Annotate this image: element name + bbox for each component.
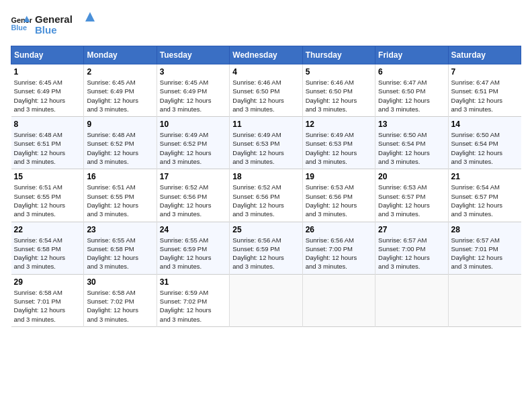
- day-info: Sunrise: 6:52 AM Sunset: 6:56 PM Dayligh…: [160, 183, 226, 218]
- day-number: 10: [160, 120, 226, 129]
- day-info: Sunrise: 6:54 AM Sunset: 6:58 PM Dayligh…: [14, 236, 81, 271]
- weekday-header-sunday: Sunday: [11, 46, 84, 64]
- calendar-cell: 23 Sunrise: 6:55 AM Sunset: 6:58 PM Dayl…: [84, 222, 157, 274]
- calendar-cell: 26 Sunrise: 6:56 AM Sunset: 7:00 PM Dayl…: [302, 222, 375, 274]
- calendar-cell: [448, 274, 521, 326]
- calendar-cell: 12 Sunrise: 6:49 AM Sunset: 6:53 PM Dayl…: [302, 117, 375, 169]
- day-info: Sunrise: 6:51 AM Sunset: 6:55 PM Dayligh…: [14, 183, 81, 218]
- day-number: 4: [232, 67, 299, 77]
- day-number: 6: [378, 67, 445, 77]
- weekday-header-tuesday: Tuesday: [157, 46, 229, 64]
- day-number: 1: [14, 67, 81, 77]
- day-number: 12: [306, 120, 372, 129]
- day-info: Sunrise: 6:58 AM Sunset: 7:01 PM Dayligh…: [14, 288, 81, 324]
- calendar-cell: 19 Sunrise: 6:53 AM Sunset: 6:56 PM Dayl…: [302, 169, 375, 222]
- day-number: 27: [378, 225, 445, 234]
- calendar-cell: 15 Sunrise: 6:51 AM Sunset: 6:55 PM Dayl…: [11, 169, 84, 222]
- calendar-cell: 7 Sunrise: 6:47 AM Sunset: 6:51 PM Dayli…: [448, 64, 521, 117]
- weekday-header-row: SundayMondayTuesdayWednesdayThursdayFrid…: [11, 46, 521, 64]
- day-info: Sunrise: 6:49 AM Sunset: 6:53 PM Dayligh…: [306, 130, 372, 166]
- day-info: Sunrise: 6:45 AM Sunset: 6:49 PM Dayligh…: [87, 78, 153, 113]
- weekday-header-saturday: Saturday: [448, 46, 521, 64]
- day-info: Sunrise: 6:46 AM Sunset: 6:50 PM Dayligh…: [306, 78, 372, 113]
- calendar-cell: [375, 274, 448, 326]
- svg-marker-5: [85, 12, 95, 21]
- calendar-cell: 17 Sunrise: 6:52 AM Sunset: 6:56 PM Dayl…: [157, 169, 229, 222]
- calendar-cell: 24 Sunrise: 6:55 AM Sunset: 6:59 PM Dayl…: [157, 222, 229, 274]
- weekday-header-friday: Friday: [375, 46, 448, 64]
- day-number: 28: [451, 225, 519, 234]
- day-info: Sunrise: 6:52 AM Sunset: 6:56 PM Dayligh…: [232, 183, 299, 218]
- svg-text:Blue: Blue: [35, 24, 57, 36]
- day-info: Sunrise: 6:45 AM Sunset: 6:49 PM Dayligh…: [160, 78, 226, 113]
- day-info: Sunrise: 6:46 AM Sunset: 6:50 PM Dayligh…: [232, 78, 299, 113]
- svg-text:Blue: Blue: [11, 24, 27, 32]
- day-number: 17: [160, 172, 226, 181]
- generalblue-logo: General Blue: [35, 11, 95, 38]
- weekday-header-wednesday: Wednesday: [230, 46, 302, 64]
- day-number: 14: [451, 120, 519, 129]
- day-number: 11: [232, 120, 299, 129]
- calendar-cell: 5 Sunrise: 6:46 AM Sunset: 6:50 PM Dayli…: [302, 64, 375, 117]
- day-info: Sunrise: 6:47 AM Sunset: 6:51 PM Dayligh…: [451, 78, 519, 113]
- day-number: 25: [232, 225, 299, 234]
- day-number: 30: [87, 277, 153, 287]
- day-info: Sunrise: 6:48 AM Sunset: 6:51 PM Dayligh…: [14, 130, 81, 166]
- day-number: 16: [87, 172, 153, 181]
- day-info: Sunrise: 6:47 AM Sunset: 6:50 PM Dayligh…: [378, 78, 445, 113]
- calendar-cell: 11 Sunrise: 6:49 AM Sunset: 6:53 PM Dayl…: [230, 117, 302, 169]
- day-info: Sunrise: 6:58 AM Sunset: 7:02 PM Dayligh…: [87, 288, 153, 324]
- calendar-cell: [230, 274, 302, 326]
- calendar-cell: [302, 274, 375, 326]
- day-number: 19: [306, 172, 372, 181]
- calendar-body: 1 Sunrise: 6:45 AM Sunset: 6:49 PM Dayli…: [11, 64, 521, 327]
- calendar-cell: 28 Sunrise: 6:57 AM Sunset: 7:01 PM Dayl…: [448, 222, 521, 274]
- day-number: 29: [14, 277, 81, 287]
- calendar-week-row: 1 Sunrise: 6:45 AM Sunset: 6:49 PM Dayli…: [11, 64, 521, 117]
- logo: General Blue General Blue: [11, 11, 95, 38]
- calendar-cell: 27 Sunrise: 6:57 AM Sunset: 7:00 PM Dayl…: [375, 222, 448, 274]
- day-number: 26: [306, 225, 372, 234]
- calendar-cell: 6 Sunrise: 6:47 AM Sunset: 6:50 PM Dayli…: [375, 64, 448, 117]
- weekday-header-monday: Monday: [84, 46, 157, 64]
- day-number: 8: [14, 120, 81, 129]
- day-number: 21: [451, 172, 519, 181]
- day-number: 7: [451, 67, 519, 77]
- day-info: Sunrise: 6:48 AM Sunset: 6:52 PM Dayligh…: [87, 130, 153, 166]
- day-number: 22: [14, 225, 81, 234]
- calendar-cell: 31 Sunrise: 6:59 AM Sunset: 7:02 PM Dayl…: [157, 274, 229, 326]
- day-info: Sunrise: 6:55 AM Sunset: 6:59 PM Dayligh…: [160, 236, 226, 271]
- day-info: Sunrise: 6:49 AM Sunset: 6:53 PM Dayligh…: [232, 130, 299, 166]
- calendar-cell: 16 Sunrise: 6:51 AM Sunset: 6:55 PM Dayl…: [84, 169, 157, 222]
- day-number: 20: [378, 172, 445, 181]
- calendar-cell: 1 Sunrise: 6:45 AM Sunset: 6:49 PM Dayli…: [11, 64, 84, 117]
- calendar-cell: 8 Sunrise: 6:48 AM Sunset: 6:51 PM Dayli…: [11, 117, 84, 169]
- day-info: Sunrise: 6:54 AM Sunset: 6:57 PM Dayligh…: [451, 183, 519, 218]
- day-number: 2: [87, 67, 153, 77]
- day-info: Sunrise: 6:50 AM Sunset: 6:54 PM Dayligh…: [378, 130, 445, 166]
- day-info: Sunrise: 6:57 AM Sunset: 7:00 PM Dayligh…: [378, 236, 445, 271]
- day-info: Sunrise: 6:53 AM Sunset: 6:56 PM Dayligh…: [306, 183, 372, 218]
- calendar-week-row: 29 Sunrise: 6:58 AM Sunset: 7:01 PM Dayl…: [11, 274, 521, 326]
- logo-icon: General Blue: [11, 15, 32, 34]
- day-number: 31: [160, 277, 226, 287]
- calendar-week-row: 22 Sunrise: 6:54 AM Sunset: 6:58 PM Dayl…: [11, 222, 521, 274]
- page-header: General Blue General Blue: [11, 11, 521, 38]
- weekday-header-thursday: Thursday: [302, 46, 375, 64]
- calendar-week-row: 8 Sunrise: 6:48 AM Sunset: 6:51 PM Dayli…: [11, 117, 521, 169]
- day-info: Sunrise: 6:57 AM Sunset: 7:01 PM Dayligh…: [451, 236, 519, 271]
- calendar-cell: 13 Sunrise: 6:50 AM Sunset: 6:54 PM Dayl…: [375, 117, 448, 169]
- calendar-cell: 30 Sunrise: 6:58 AM Sunset: 7:02 PM Dayl…: [84, 274, 157, 326]
- calendar-cell: 18 Sunrise: 6:52 AM Sunset: 6:56 PM Dayl…: [230, 169, 302, 222]
- calendar-cell: 22 Sunrise: 6:54 AM Sunset: 6:58 PM Dayl…: [11, 222, 84, 274]
- day-number: 18: [232, 172, 299, 181]
- day-number: 3: [160, 67, 226, 77]
- calendar-cell: 29 Sunrise: 6:58 AM Sunset: 7:01 PM Dayl…: [11, 274, 84, 326]
- day-number: 9: [87, 120, 153, 129]
- calendar-header: SundayMondayTuesdayWednesdayThursdayFrid…: [11, 46, 521, 64]
- day-number: 5: [306, 67, 372, 77]
- calendar-cell: 10 Sunrise: 6:49 AM Sunset: 6:52 PM Dayl…: [157, 117, 229, 169]
- day-info: Sunrise: 6:45 AM Sunset: 6:49 PM Dayligh…: [14, 78, 81, 113]
- day-number: 23: [87, 225, 153, 234]
- calendar-cell: 9 Sunrise: 6:48 AM Sunset: 6:52 PM Dayli…: [84, 117, 157, 169]
